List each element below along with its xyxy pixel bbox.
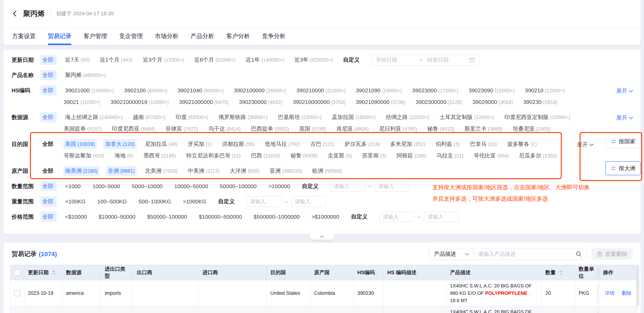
back-button[interactable] <box>12 10 20 17</box>
expand-toggle[interactable]: 展开 <box>577 141 593 148</box>
filter-chip[interactable]: 近3年(420000+) <box>292 55 335 65</box>
sort-icon[interactable] <box>559 270 563 275</box>
filter-chip[interactable]: 39021090000(3736) <box>354 98 407 106</box>
filter-chip[interactable]: >$1000000 <box>310 212 342 221</box>
filter-chip[interactable]: 近3个月(12000+) <box>141 55 186 65</box>
filter-chip[interactable]: 苏里南(3) <box>360 151 388 161</box>
tab[interactable]: 方案设置 <box>12 27 36 45</box>
filter-chip[interactable]: 阿根廷(289) <box>395 151 428 161</box>
filter-chip[interactable]: <1000 <box>63 182 84 191</box>
filter-chip[interactable]: <$10000 <box>63 212 90 221</box>
sort-desc-icon[interactable] <box>52 273 56 275</box>
filter-chip[interactable]: 美国提单(9157) <box>62 124 104 134</box>
filter-chip[interactable]: 巴西提单(5952) <box>249 124 291 134</box>
filter-chip[interactable]: 波多黎各(1) <box>505 139 538 149</box>
tab[interactable]: 竞争分析 <box>262 27 286 45</box>
filter-chip[interactable]: 加拿大(120) <box>103 139 136 149</box>
filter-chip[interactable]: 自定义 <box>300 181 322 191</box>
column-header[interactable]: 数据源 <box>62 265 101 280</box>
filter-chip[interactable]: 近6个月(51000+) <box>192 55 237 65</box>
filter-chip[interactable]: 39023000(17000+) <box>410 86 460 95</box>
filter-chip[interactable]: 390210(12000+) <box>523 86 567 95</box>
filter-chip[interactable]: 哥伦比亚(504) <box>472 151 510 161</box>
sort-asc-icon[interactable] <box>559 270 563 272</box>
filter-chip[interactable]: 特立尼达和多巴哥(12) <box>184 151 242 161</box>
filter-chip[interactable]: 俄罗斯铁路(36000+) <box>217 112 270 122</box>
column-header[interactable]: 进口商 <box>198 265 266 280</box>
collapse-panel-button[interactable] <box>310 234 334 240</box>
column-header[interactable]: 出口商 <box>133 265 198 280</box>
end-date-input[interactable]: 结束日期 <box>423 56 469 64</box>
tab[interactable]: 竞企管理 <box>119 27 143 45</box>
filter-chip[interactable]: >100000 <box>266 182 294 191</box>
filter-chip[interactable]: 10000–50000 <box>172 182 212 191</box>
date-range-picker[interactable]: 开始日期 结束日期 <box>372 54 479 66</box>
filter-chip[interactable]: 丝绸之路(12000+) <box>384 112 431 122</box>
filter-chip[interactable]: 39021(11000+) <box>62 98 102 106</box>
filter-chip[interactable]: 印度尼西亚定制版(10000+) <box>503 112 572 122</box>
column-header[interactable]: 更新日期 <box>24 265 62 280</box>
filter-chip[interactable]: 自定义 <box>349 212 371 222</box>
filter-chip[interactable]: 全部 <box>40 212 57 222</box>
column-header[interactable]: 数量单位 <box>575 265 599 280</box>
filter-chip[interactable]: 秘鲁(4013) <box>426 124 456 134</box>
filter-chip[interactable]: 欧洲(56566) <box>310 166 344 176</box>
filter-chip[interactable]: 美国(10039) <box>63 139 96 149</box>
filter-chip[interactable]: 39021000(140000+) <box>63 86 116 95</box>
min-input[interactable] <box>380 212 414 222</box>
filter-chip[interactable]: 5000–10000 <box>130 182 166 191</box>
filter-chip[interactable]: 英国(5198) <box>297 124 328 134</box>
filter-chip[interactable]: 圭亚那(5) <box>326 151 354 161</box>
select-all-checkbox[interactable] <box>14 270 20 276</box>
search-input[interactable] <box>478 251 575 257</box>
filter-chip[interactable]: 哥斯达黎加(420) <box>62 151 106 161</box>
filter-chip[interactable]: 50000–100000 <box>218 182 260 191</box>
scrollbar[interactable] <box>636 266 639 313</box>
filter-chip[interactable]: <100KG <box>63 197 89 206</box>
column-header[interactable]: HS编码 <box>354 265 384 280</box>
filter-chip[interactable]: 非洲(9881) <box>106 166 136 176</box>
filter-chip[interactable]: 390230000(4632) <box>237 98 284 106</box>
search-icon[interactable] <box>575 251 582 257</box>
column-header[interactable]: 原产国 <box>310 265 354 280</box>
filter-chip[interactable]: 越南(67000+) <box>131 112 167 122</box>
tab[interactable]: 客户分析 <box>226 27 250 45</box>
sort-desc-icon[interactable] <box>559 273 563 275</box>
filter-chip[interactable]: 危地马拉(792) <box>263 139 302 149</box>
filter-chip[interactable]: 乌干达(6414) <box>206 124 242 134</box>
filter-chip[interactable]: 3902100000(26000+) <box>232 86 288 95</box>
max-input[interactable] <box>291 196 326 207</box>
filter-chip[interactable]: 尼日利亚(4765) <box>377 124 419 134</box>
column-header[interactable]: 操作 <box>599 265 637 280</box>
filter-chip[interactable]: 390210000(21000+) <box>294 86 348 95</box>
filter-chip[interactable]: 牙买加(1) <box>186 139 214 149</box>
filter-chip[interactable]: 肯尼亚(4804) <box>334 124 370 134</box>
filter-chip[interactable]: 尼加拉瓜(48) <box>143 139 179 149</box>
filter-chip[interactable]: 大洋洲(658) <box>228 166 261 176</box>
min-input[interactable] <box>330 181 365 192</box>
filter-chip[interactable]: 海地(8) <box>113 151 135 161</box>
column-header[interactable]: 数量 <box>542 265 575 280</box>
column-header[interactable]: 目的国 <box>266 265 310 280</box>
filter-chip[interactable]: 390210000019(10000+) <box>108 98 170 106</box>
tab[interactable]: 产品分析 <box>190 27 214 45</box>
filter-chip[interactable]: 39021040(50000+) <box>176 86 226 95</box>
filter-chip[interactable]: 全部 <box>40 112 57 122</box>
sort-icon[interactable] <box>52 270 56 275</box>
min-input[interactable] <box>246 196 282 207</box>
expand-toggle[interactable]: 展开 <box>616 87 632 95</box>
max-input[interactable] <box>424 212 459 222</box>
filter-chip[interactable]: 巴西(11633) <box>249 151 282 161</box>
filter-chip[interactable]: $50000–100000 <box>145 212 190 221</box>
by-country-button[interactable]: 按国家 <box>605 134 641 148</box>
filter-chip[interactable]: 坦桑尼亚(2405) <box>511 124 552 134</box>
by-continent-button[interactable]: 按大洲 <box>605 161 641 175</box>
start-date-input[interactable]: 开始日期 <box>376 56 418 64</box>
filter-chip[interactable]: >1000KG <box>181 197 210 206</box>
filter-chip[interactable]: 斯里兰卡(3668) <box>462 124 504 134</box>
filter-chip[interactable]: 自定义 <box>341 55 363 65</box>
filter-chip[interactable]: 伯利兹(3) <box>434 139 462 149</box>
desc-type-select[interactable]: 产品描述 <box>429 248 474 260</box>
filter-chip[interactable]: 近1年(140000+) <box>244 55 286 65</box>
filter-chip[interactable]: 多米尼加(352) <box>388 139 427 149</box>
